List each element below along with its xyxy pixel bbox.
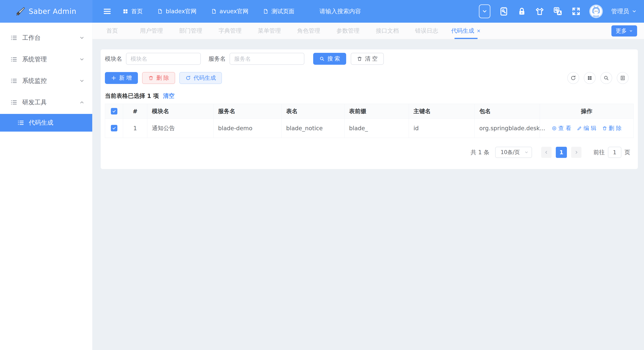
page-number-1[interactable]: 1 — [556, 147, 567, 158]
column-header-pk: 主键名 — [409, 104, 475, 119]
column-header-actions: 操作 — [540, 104, 634, 119]
sidebar-item-code-generation[interactable]: 代码生成 — [0, 114, 92, 132]
prev-page-button[interactable] — [541, 147, 552, 158]
tab-code-generation[interactable]: 代码生成 — [446, 23, 486, 39]
tab-home[interactable]: 首页 — [92, 23, 132, 39]
refresh-icon[interactable] — [567, 72, 579, 84]
tab-api-docs[interactable]: 接口文档 — [368, 23, 407, 39]
list-icon — [10, 99, 17, 106]
chevron-down-icon — [629, 29, 633, 33]
delete-button[interactable]: 删 除 — [142, 72, 175, 84]
refresh-icon — [186, 75, 191, 81]
nav-item-bladex[interactable]: bladex官网 — [157, 8, 196, 15]
page-size-value: 10条/页 — [500, 149, 524, 156]
lock-icon[interactable] — [517, 7, 526, 16]
search-button[interactable]: 搜 索 — [313, 53, 346, 65]
clear-button-label: 清 空 — [365, 55, 378, 63]
page-size-select[interactable]: 10条/页 — [495, 147, 532, 158]
chevron-left-icon — [544, 150, 549, 155]
goto-page-input[interactable] — [608, 147, 621, 158]
user-menu[interactable]: 管理员 — [611, 7, 637, 15]
selection-count: 1 — [147, 93, 151, 99]
nav-label: 首页 — [131, 8, 143, 15]
document-icon — [263, 9, 268, 14]
collapse-menu-icon[interactable] — [102, 6, 113, 16]
tab-label: 字典管理 — [219, 27, 242, 35]
code-generate-button[interactable]: 代码生成 — [179, 72, 222, 84]
debug-tool-icon[interactable] — [499, 6, 509, 16]
add-button[interactable]: 新 增 — [105, 72, 138, 84]
header-main: 首页 bladex官网 avuex官网 — [92, 0, 644, 23]
pagination: 共 1 条 10条/页 1 前往 页 — [101, 138, 638, 158]
nav-item-home[interactable]: 首页 — [123, 8, 143, 15]
clear-filters-button[interactable]: 清 空 — [351, 53, 384, 65]
nav-label: 测试页面 — [271, 8, 294, 15]
top-dropdown-button[interactable] — [479, 5, 490, 18]
tab-dept-management[interactable]: 部门管理 — [171, 23, 210, 39]
row-checkbox[interactable] — [111, 125, 117, 131]
more-tabs-button[interactable]: 更多 — [612, 25, 637, 37]
column-header-service: 服务名 — [214, 104, 282, 119]
edit-label: 编 辑 — [584, 124, 596, 132]
select-all-checkbox[interactable] — [111, 108, 117, 114]
fullscreen-icon[interactable] — [571, 7, 581, 16]
module-name-input[interactable] — [126, 53, 201, 65]
theme-icon[interactable] — [535, 7, 544, 16]
document-icon — [211, 9, 216, 14]
table-toolbar: 新 增 删 除 代码生成 — [101, 65, 638, 84]
delete-link[interactable]: 删 除 — [602, 124, 622, 132]
search-toggle-icon[interactable] — [600, 72, 612, 84]
search-button-label: 搜 索 — [327, 55, 340, 63]
goto-label: 前往 — [593, 148, 605, 156]
global-search-input[interactable]: 请输入搜索内容 — [319, 7, 400, 15]
tab-param-management[interactable]: 参数管理 — [328, 23, 368, 39]
sidebar-item-label: 研发工具 — [22, 98, 79, 107]
chevron-right-icon — [574, 150, 578, 155]
table-row[interactable]: 1 通知公告 blade-demo blade_notice blade_ id… — [105, 119, 634, 138]
brand-logo: Saber Admin — [0, 0, 92, 23]
edit-link[interactable]: 编 辑 — [577, 124, 596, 132]
sidebar: 工作台 系统管理 系统监控 研发工具 — [0, 23, 92, 350]
app-header: Saber Admin 首页 — [0, 0, 644, 23]
sidebar-item-system-monitor[interactable]: 系统监控 — [0, 70, 92, 92]
nav-item-avuex[interactable]: avuex官网 — [211, 8, 248, 15]
column-header-package: 包名 — [475, 104, 540, 119]
clear-selection-link[interactable]: 清空 — [163, 92, 174, 100]
service-name-input[interactable] — [230, 53, 304, 65]
selection-prefix: 当前表格已选择 — [105, 92, 145, 100]
nav-item-test-page[interactable]: 测试页面 — [263, 8, 294, 15]
brand-title: Saber Admin — [29, 7, 76, 16]
sidebar-item-system-management[interactable]: 系统管理 — [0, 49, 92, 70]
column-header-module: 模块名 — [147, 104, 214, 119]
selection-suffix: 项 — [153, 92, 159, 100]
sidebar-item-dev-tools[interactable]: 研发工具 — [0, 92, 92, 113]
chevron-up-icon — [79, 100, 84, 105]
content-card: 模块名 服务名 搜 索 清 空 新 增 — [101, 49, 638, 169]
cell-module: 通知公告 — [147, 119, 214, 138]
tab-error-log[interactable]: 错误日志 — [407, 23, 446, 39]
tab-menu-management[interactable]: 菜单管理 — [250, 23, 289, 39]
tab-label: 参数管理 — [336, 27, 360, 35]
tab-dict-management[interactable]: 字典管理 — [210, 23, 250, 39]
chevron-down-icon — [632, 9, 637, 14]
sidebar-item-workbench[interactable]: 工作台 — [0, 27, 92, 49]
language-icon[interactable] — [553, 6, 563, 16]
sidebar-item-label: 代码生成 — [29, 118, 53, 127]
grid-view-icon[interactable] — [584, 72, 596, 84]
sidebar-item-label: 系统管理 — [22, 55, 79, 64]
close-icon[interactable] — [476, 29, 481, 33]
tab-role-management[interactable]: 角色管理 — [289, 23, 328, 39]
tab-bar: 首页 用户管理 部门管理 字典管理 菜单管理 角色管理 参数管理 接口文档 错误… — [92, 23, 644, 39]
user-avatar[interactable] — [589, 5, 603, 18]
pencil-icon — [577, 126, 582, 131]
tab-label: 部门管理 — [179, 27, 202, 35]
tab-user-management[interactable]: 用户管理 — [132, 23, 171, 39]
tab-label: 用户管理 — [140, 27, 163, 35]
code-generate-label: 代码生成 — [194, 74, 216, 82]
column-settings-icon[interactable] — [617, 72, 629, 84]
column-header-table: 表名 — [282, 104, 344, 119]
next-page-button[interactable] — [571, 147, 582, 158]
tab-label: 角色管理 — [297, 27, 320, 35]
view-link[interactable]: 查 看 — [552, 124, 571, 132]
data-table: # 模块名 服务名 表名 表前缀 主键名 包名 操作 — [105, 104, 634, 138]
